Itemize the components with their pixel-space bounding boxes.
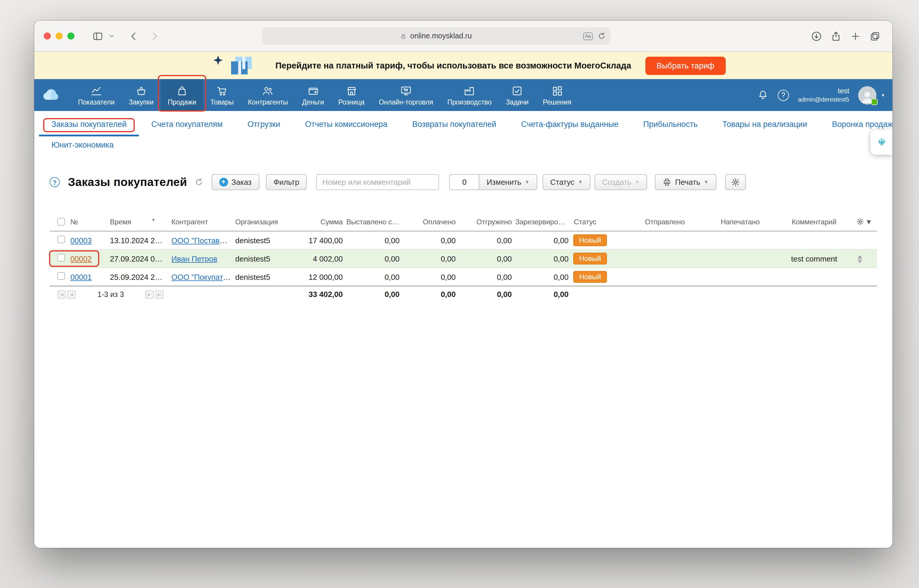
page-help-icon[interactable]: ? <box>50 177 60 187</box>
table-row[interactable]: 00003 13.10.2024 23:01 ООО "Поставщик" d… <box>50 231 877 250</box>
chevron-down-icon: ▼ <box>635 179 640 185</box>
paid-value: 0,00 <box>403 236 459 245</box>
sidebar-toggle-button[interactable] <box>90 28 106 44</box>
edit-label: Изменить <box>487 178 521 187</box>
counterparty-link[interactable]: ООО "Покупатель" <box>172 273 232 281</box>
nav-item-money[interactable]: Деньги <box>295 79 331 111</box>
col-reserved[interactable]: Зарезервировано <box>515 218 572 226</box>
address-bar[interactable]: online.moysklad.ru Aa <box>261 27 610 45</box>
tab-commission-reports[interactable]: Отчеты комиссионера <box>293 116 400 136</box>
row-checkbox[interactable] <box>57 236 65 243</box>
user-caret-icon[interactable]: ▾ <box>882 92 884 98</box>
tab-profitability[interactable]: Прибыльность <box>631 116 710 136</box>
column-settings-button[interactable]: ▼ <box>851 218 877 226</box>
bell-icon[interactable] <box>757 89 769 101</box>
translate-icon[interactable]: Aa <box>583 32 593 40</box>
col-paid[interactable]: Оплачено <box>403 218 459 226</box>
clear-row-icon[interactable]: × <box>858 255 862 262</box>
col-invoiced[interactable]: Выставлено сче... <box>346 218 403 226</box>
sales-icon <box>176 85 188 97</box>
nav-item-sales[interactable]: Продажи <box>161 79 203 111</box>
create-order-button[interactable]: + Заказ <box>211 174 259 190</box>
search-input[interactable] <box>316 174 439 190</box>
select-all-checkbox[interactable] <box>57 218 65 225</box>
edit-button[interactable]: Изменить▼ <box>479 174 537 190</box>
row-checkbox[interactable] <box>57 254 65 262</box>
col-shipped[interactable]: Отгружено <box>459 218 515 226</box>
counterparty-link[interactable]: ООО "Поставщик" <box>172 236 232 245</box>
status-badge[interactable]: Новый <box>573 271 607 283</box>
sort-desc-icon: ▼ <box>151 218 156 222</box>
order-number-link[interactable]: 00002 <box>70 254 92 263</box>
filter-button[interactable]: Фильтр <box>266 174 307 190</box>
tab-shipments[interactable]: Отгрузки <box>235 116 293 136</box>
share-button[interactable] <box>828 28 844 44</box>
tab-label: Счета-фактуры выданные <box>521 120 618 129</box>
tab-customer-returns[interactable]: Возвраты покупателей <box>400 116 509 136</box>
online-trade-icon <box>400 85 412 97</box>
col-organization[interactable]: Организация <box>232 218 279 226</box>
create-button[interactable]: Создать▼ <box>595 174 647 190</box>
next-page-icon[interactable]: ▶ <box>145 290 153 299</box>
help-icon[interactable]: ? <box>778 89 789 101</box>
col-printed[interactable]: Напечатано <box>703 218 777 226</box>
tab-overview-button[interactable] <box>867 28 883 44</box>
counterparty-link[interactable]: Иван Петров <box>172 254 217 263</box>
total-shipped: 0,00 <box>459 290 515 299</box>
nav-item-indicators[interactable]: Показатели <box>71 79 122 111</box>
col-comment[interactable]: Комментарий <box>777 218 851 226</box>
prev-page-icon[interactable]: ◀ <box>67 290 76 299</box>
nav-item-online-trade[interactable]: Онлайн-торговля <box>372 79 440 111</box>
col-sent[interactable]: Отправлено <box>626 218 703 226</box>
nav-item-goods[interactable]: Товары <box>203 79 241 111</box>
status-badge[interactable]: Новый <box>573 234 607 246</box>
nav-item-solutions[interactable]: Решения <box>536 79 578 111</box>
last-page-icon[interactable]: ▶| <box>155 290 164 299</box>
user-menu[interactable]: test admin@denistest5 <box>798 87 849 103</box>
reload-icon[interactable] <box>597 32 606 40</box>
first-page-icon[interactable]: |◀ <box>57 290 66 299</box>
col-counterparty[interactable]: Контрагент <box>167 218 232 226</box>
row-checkbox[interactable] <box>57 272 65 280</box>
moysklad-logo[interactable] <box>34 79 71 111</box>
back-button[interactable] <box>126 28 142 44</box>
forward-button[interactable] <box>147 28 162 44</box>
table-row[interactable]: 00001 25.09.2024 23:16 ООО "Покупатель" … <box>50 268 877 286</box>
new-tab-button[interactable] <box>848 28 864 44</box>
nav-item-retail[interactable]: Розница <box>331 79 372 111</box>
tab-customer-invoices[interactable]: Счета покупателям <box>139 116 235 136</box>
close-button[interactable] <box>44 32 51 40</box>
tab-issued-invoices[interactable]: Счета-фактуры выданные <box>509 116 630 136</box>
col-num[interactable]: № <box>66 218 106 226</box>
tab-goods-on-sale[interactable]: Товары на реализации <box>710 116 820 136</box>
col-sum[interactable]: Сумма <box>279 218 346 226</box>
nav-item-tasks[interactable]: Задачи <box>499 79 536 111</box>
avatar[interactable] <box>858 86 877 104</box>
tab-customer-orders[interactable]: Заказы покупателей <box>39 116 139 136</box>
col-time[interactable]: Время▼ <box>106 218 167 226</box>
zoom-button[interactable] <box>67 32 75 40</box>
order-time: 13.10.2024 23:01 <box>106 236 167 245</box>
nav-label: Задачи <box>506 98 528 105</box>
downloads-button[interactable] <box>809 28 825 44</box>
purchases-icon <box>135 85 147 97</box>
status-button[interactable]: Статус▼ <box>543 174 590 190</box>
nav-item-purchases[interactable]: Закупки <box>122 79 161 111</box>
refresh-button[interactable] <box>194 178 203 187</box>
status-badge[interactable]: Новый <box>573 253 607 265</box>
table-row[interactable]: 00002 27.09.2024 00:13 Иван Петров denis… <box>50 250 877 268</box>
tabs-icon <box>869 31 880 42</box>
tab-label: Отгрузки <box>247 120 280 129</box>
nav-item-counterparties[interactable]: Контрагенты <box>241 79 295 111</box>
print-button[interactable]: Печать▼ <box>655 174 716 190</box>
col-status[interactable]: Статус <box>572 218 626 226</box>
nav-item-production[interactable]: Производство <box>440 79 499 111</box>
order-number-link[interactable]: 00001 <box>70 273 92 281</box>
minimize-button[interactable] <box>55 32 63 40</box>
order-number-link[interactable]: 00003 <box>70 236 92 245</box>
settings-button[interactable] <box>725 174 746 190</box>
sidebar-chevron-button[interactable] <box>106 30 118 42</box>
choose-tariff-button[interactable]: Выбрать тариф <box>645 57 726 75</box>
premium-gem-button[interactable] <box>870 130 892 155</box>
tab-unit-economics[interactable]: Юнит-экономика <box>39 136 126 155</box>
